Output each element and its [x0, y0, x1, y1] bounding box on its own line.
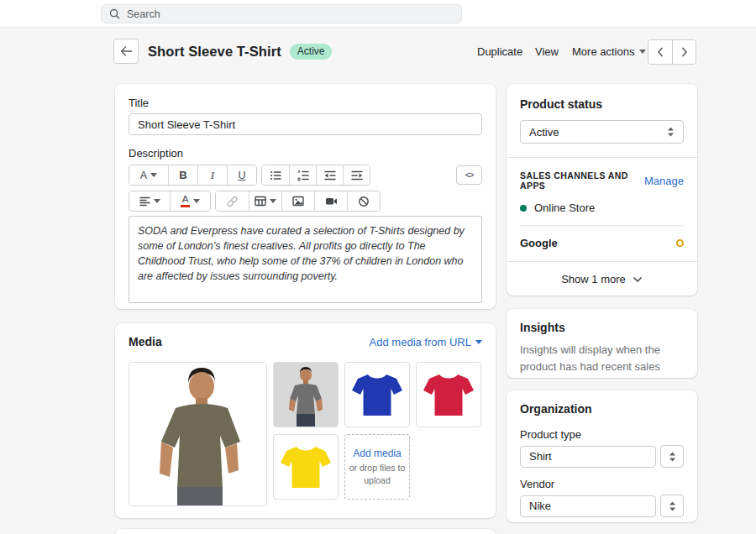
chevron-left-icon	[657, 47, 664, 57]
status-badge: Active	[290, 44, 333, 60]
bulleted-list-icon	[270, 170, 281, 181]
clear-formatting-icon	[358, 196, 370, 207]
title-field-label: Title	[129, 97, 482, 109]
duplicate-button[interactable]: Duplicate	[477, 45, 522, 58]
editor-toolbar-row-1: A B I U	[129, 165, 482, 186]
back-button[interactable]	[113, 39, 139, 64]
table-icon	[255, 196, 266, 207]
description-editor[interactable]: SODA and Everpress have curated a select…	[129, 216, 482, 303]
view-button[interactable]: View	[535, 45, 559, 58]
search-placeholder: Search	[127, 8, 160, 20]
blue-tshirt-thumb[interactable]	[344, 362, 410, 427]
sales-channels-header: SALES CHANNELS AND APPS Manage	[520, 170, 684, 191]
clear-formatting-button[interactable]	[347, 191, 380, 211]
product-photo-main[interactable]	[129, 362, 267, 506]
manage-channels-link[interactable]: Manage	[644, 175, 684, 187]
media-grid: Add media or drop files to upload	[129, 362, 482, 506]
italic-button[interactable]: I	[197, 165, 227, 185]
sales-channels-heading: SALES CHANNELS AND APPS	[520, 170, 644, 191]
insert-table-button[interactable]	[249, 191, 281, 211]
product-type-field-row	[520, 445, 684, 468]
show-html-button[interactable]: <>	[456, 165, 482, 185]
underline-button[interactable]: U	[227, 165, 256, 185]
add-media-button[interactable]: Add media	[353, 448, 401, 459]
product-details-card: Title Description A B I U	[115, 84, 496, 309]
shopify-product-admin: Search Short Sleeve T-Shirt Active Dupli…	[0, 0, 756, 534]
text-color-button[interactable]: A	[170, 191, 210, 211]
text-style-button[interactable]: A	[129, 165, 168, 185]
organization-heading: Organization	[520, 402, 684, 416]
insert-video-button[interactable]	[314, 191, 347, 211]
product-status-value: Active	[529, 126, 559, 139]
back-arrow-icon	[120, 46, 133, 56]
red-tshirt-thumb[interactable]	[416, 362, 481, 427]
media-thumbnails: Add media or drop files to upload	[273, 362, 481, 506]
yellow-tshirt-image	[279, 440, 333, 494]
vendor-field-row	[520, 495, 684, 517]
title-input[interactable]	[129, 113, 482, 135]
drop-files-hint: or drop files to upload	[349, 462, 406, 485]
product-status-section: Product status Active	[507, 84, 697, 157]
more-actions-label: More actions	[572, 45, 634, 58]
caret-down-icon	[475, 340, 482, 344]
vendor-picker-button[interactable]	[660, 495, 684, 517]
model-photo-small	[274, 363, 338, 427]
text-color-icon: A	[181, 195, 190, 208]
model-photo-large	[129, 363, 266, 505]
product-photo-thumb[interactable]	[273, 362, 339, 427]
search-input[interactable]: Search	[101, 4, 462, 24]
indent-icon	[351, 170, 363, 181]
more-actions-button[interactable]: More actions	[572, 45, 646, 58]
vendor-input[interactable]	[520, 495, 656, 517]
outdent-button[interactable]	[316, 165, 343, 185]
alignment-button[interactable]	[129, 191, 170, 211]
online-store-label: Online Store	[534, 202, 595, 214]
numbered-list-button[interactable]	[289, 165, 316, 185]
next-card-partial	[115, 529, 496, 534]
image-icon	[292, 196, 304, 207]
product-type-label: Product type	[520, 428, 684, 441]
description-field-label: Description	[129, 147, 482, 160]
select-updown-icon	[669, 452, 676, 462]
product-status-card: Product status Active SALES CHANNELS AND…	[507, 84, 697, 296]
add-media-from-url-button[interactable]: Add media from URL	[370, 336, 482, 348]
channel-online-store: Online Store	[520, 202, 684, 214]
bulleted-list-button[interactable]	[262, 165, 289, 185]
insert-image-button[interactable]	[281, 191, 314, 211]
text-format-group: A B I U	[129, 165, 257, 186]
list-indent-group	[261, 165, 370, 186]
align-color-group: A	[129, 191, 211, 212]
show-more-channels-button[interactable]: Show 1 more	[507, 261, 697, 296]
google-status-ring-icon	[676, 239, 684, 247]
vendor-label: Vendor	[520, 478, 684, 490]
bold-button[interactable]: B	[168, 165, 197, 185]
pagination	[648, 39, 696, 65]
product-status-select[interactable]: Active	[520, 120, 684, 144]
show-more-label: Show 1 more	[561, 273, 626, 285]
previous-product-button[interactable]	[648, 40, 672, 64]
add-media-dropzone[interactable]: Add media or drop files to upload	[344, 434, 410, 500]
media-card: Media Add media from URL	[115, 323, 496, 518]
page-title: Short Sleeve T-Shirt	[148, 44, 281, 60]
blue-tshirt-image	[350, 368, 404, 421]
search-icon	[109, 8, 120, 19]
yellow-tshirt-thumb[interactable]	[273, 434, 339, 500]
caret-down-icon	[270, 199, 276, 203]
caret-down-icon	[150, 173, 157, 177]
next-product-button[interactable]	[672, 40, 696, 64]
indent-button[interactable]	[343, 165, 370, 185]
channel-google: Google	[520, 237, 684, 249]
text-style-label: A	[140, 170, 147, 181]
insert-link-button[interactable]	[216, 191, 249, 211]
insights-card: Insights Insights will display when the …	[507, 309, 697, 378]
link-icon	[226, 196, 239, 207]
top-bar: Search	[0, 0, 756, 28]
red-tshirt-image	[422, 368, 475, 421]
channel-divider	[520, 225, 684, 226]
product-type-picker-button[interactable]	[660, 445, 684, 468]
google-label: Google	[520, 237, 558, 249]
page-title-row: Short Sleeve T-Shirt Active	[148, 40, 332, 63]
insights-heading: Insights	[520, 321, 684, 334]
select-updown-icon	[669, 501, 676, 511]
product-type-input[interactable]	[520, 446, 656, 468]
